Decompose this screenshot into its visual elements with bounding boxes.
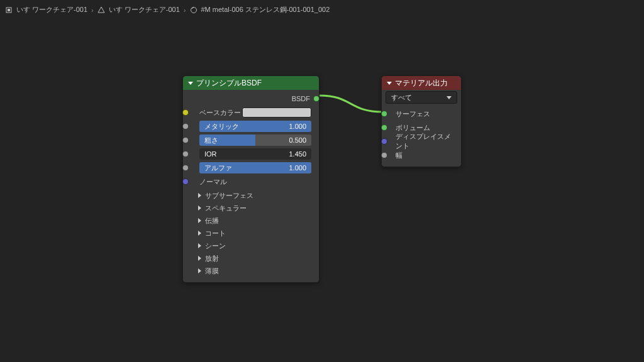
group-row[interactable]: シーン bbox=[186, 239, 316, 252]
chevron-down-icon bbox=[447, 96, 452, 99]
chevron-right-icon bbox=[198, 256, 201, 261]
group-row[interactable]: スペキュラー bbox=[186, 202, 316, 214]
input-ior[interactable]: IOR 1.450 bbox=[186, 148, 316, 160]
input-roughness[interactable]: 粗さ 0.500 bbox=[186, 134, 316, 146]
breadcrumb: いす ワークチェア-001 › いす ワークチェア-001 › #M metal… bbox=[5, 5, 330, 14]
field-value: 1.450 bbox=[289, 148, 306, 160]
material-slot-icon bbox=[97, 6, 105, 14]
field-label: IOR bbox=[204, 148, 217, 160]
chevron-right-icon: › bbox=[184, 6, 186, 14]
node-link-layer bbox=[0, 0, 644, 362]
target-dropdown[interactable]: すべて bbox=[386, 91, 457, 104]
svg-rect-1 bbox=[8, 9, 10, 11]
chevron-down-icon bbox=[188, 82, 193, 85]
field-value: 1.000 bbox=[289, 162, 306, 173]
field-value: 1.000 bbox=[289, 121, 306, 132]
input-base-color[interactable]: ベースカラー bbox=[186, 106, 316, 119]
socket-in-alpha[interactable] bbox=[182, 165, 189, 171]
socket-in-metallic[interactable] bbox=[182, 123, 189, 129]
input-thickness[interactable]: 幅 bbox=[384, 149, 458, 162]
node-header[interactable]: マテリアル出力 bbox=[382, 76, 461, 90]
socket-out-bsdf[interactable] bbox=[313, 96, 319, 102]
group-label: 伝播 bbox=[205, 216, 219, 226]
field-label: 粗さ bbox=[204, 134, 218, 146]
value-field-roughness[interactable]: 粗さ 0.500 bbox=[199, 134, 311, 146]
input-label: サーフェス bbox=[389, 109, 430, 119]
input-normal[interactable]: ノーマル bbox=[186, 175, 316, 188]
socket-in-roughness[interactable] bbox=[182, 137, 189, 143]
chevron-right-icon bbox=[198, 231, 201, 236]
svg-marker-2 bbox=[98, 7, 104, 13]
group-row[interactable]: 放射 bbox=[186, 252, 316, 265]
breadcrumb-material[interactable]: #M metal-006 ステンレス鋼-001-001_002 bbox=[201, 5, 330, 14]
socket-in-normal[interactable] bbox=[182, 178, 189, 185]
input-label: ボリューム bbox=[389, 123, 430, 133]
group-label: スペキュラー bbox=[205, 204, 247, 213]
input-label: ディスプレイスメント bbox=[389, 132, 453, 151]
socket-in-displacement[interactable] bbox=[381, 138, 387, 145]
input-metallic[interactable]: メタリック 1.000 bbox=[186, 120, 316, 133]
input-label: ノーマル bbox=[191, 177, 227, 187]
value-field-alpha[interactable]: アルファ 1.000 bbox=[199, 162, 311, 173]
socket-in-surface[interactable] bbox=[381, 111, 387, 117]
group-row[interactable]: 薄膜 bbox=[186, 265, 316, 277]
node-material-output[interactable]: マテリアル出力 すべて サーフェス ボリューム ディスプレイスメント 幅 bbox=[381, 75, 462, 167]
chevron-right-icon bbox=[198, 218, 201, 223]
input-label: ベースカラー bbox=[191, 108, 241, 118]
group-label: サブサーフェス bbox=[205, 191, 253, 200]
breadcrumb-material-slot[interactable]: いす ワークチェア-001 bbox=[109, 5, 180, 14]
chevron-right-icon bbox=[198, 243, 201, 248]
color-field[interactable] bbox=[242, 107, 311, 118]
socket-in-volume[interactable] bbox=[381, 124, 387, 131]
group-row[interactable]: サブサーフェス bbox=[186, 189, 316, 202]
value-field-metallic[interactable]: メタリック 1.000 bbox=[199, 121, 311, 132]
socket-in-base-color[interactable] bbox=[182, 109, 189, 116]
dropdown-value: すべて bbox=[391, 93, 412, 102]
socket-in-thickness[interactable] bbox=[381, 152, 387, 158]
input-alpha[interactable]: アルファ 1.000 bbox=[186, 162, 316, 174]
chevron-right-icon bbox=[198, 193, 201, 198]
group-label: 放射 bbox=[205, 254, 219, 263]
output-bsdf[interactable]: BSDF bbox=[186, 92, 316, 105]
group-label: 薄膜 bbox=[205, 266, 219, 276]
chevron-right-icon bbox=[198, 206, 201, 211]
group-row[interactable]: コート bbox=[186, 227, 316, 239]
field-label: アルファ bbox=[204, 162, 232, 173]
chevron-down-icon bbox=[387, 82, 392, 85]
breadcrumb-object[interactable]: いす ワークチェア-001 bbox=[16, 5, 87, 14]
socket-in-ior[interactable] bbox=[182, 151, 189, 157]
node-header[interactable]: プリンシプルBSDF bbox=[183, 76, 319, 90]
node-title: マテリアル出力 bbox=[395, 78, 448, 89]
field-label: メタリック bbox=[204, 121, 239, 132]
input-surface[interactable]: サーフェス bbox=[384, 107, 458, 120]
node-principled-bsdf[interactable]: プリンシプルBSDF BSDF ベースカラー メタリック 1.000 bbox=[182, 75, 319, 283]
material-icon bbox=[190, 6, 197, 14]
chevron-right-icon: › bbox=[91, 6, 94, 14]
node-title: プリンシプルBSDF bbox=[196, 78, 262, 89]
svg-point-3 bbox=[191, 7, 196, 13]
object-icon bbox=[5, 6, 13, 14]
value-field-ior[interactable]: IOR 1.450 bbox=[199, 148, 311, 160]
input-label: 幅 bbox=[389, 151, 402, 160]
output-label: BSDF bbox=[292, 95, 310, 102]
group-label: シーン bbox=[205, 241, 226, 251]
input-displacement[interactable]: ディスプレイスメント bbox=[384, 135, 458, 148]
chevron-right-icon bbox=[198, 268, 201, 273]
group-label: コート bbox=[205, 229, 226, 238]
group-row[interactable]: 伝播 bbox=[186, 214, 316, 227]
field-value: 0.500 bbox=[289, 134, 306, 146]
